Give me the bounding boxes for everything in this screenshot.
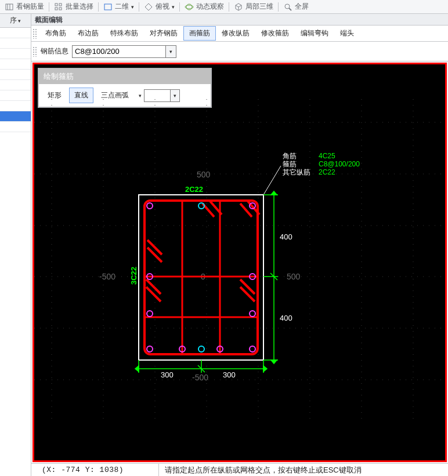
svg-text:角筋: 角筋 bbox=[283, 152, 297, 160]
tb-local-3d[interactable]: 局部三维 bbox=[232, 2, 276, 12]
svg-line-40 bbox=[240, 287, 255, 301]
separator bbox=[98, 2, 99, 12]
label-left: 3C22 bbox=[129, 267, 138, 285]
tb-fullscreen[interactable]: 全屏 bbox=[281, 2, 311, 12]
separator bbox=[229, 2, 229, 12]
canvas-svg: 500 -500 -500 500 0 bbox=[34, 64, 446, 424]
chevron-down-icon: ▾ bbox=[172, 4, 175, 10]
left-list-row[interactable] bbox=[0, 49, 31, 59]
separator bbox=[139, 2, 139, 12]
svg-text:4C25: 4C25 bbox=[319, 152, 335, 160]
svg-text:箍筋: 箍筋 bbox=[283, 160, 297, 168]
left-list-row[interactable] bbox=[0, 90, 31, 101]
left-panel-header-label: 序 bbox=[10, 16, 17, 26]
svg-line-39 bbox=[240, 279, 255, 294]
grip-icon bbox=[32, 46, 37, 57]
rebar-info-row: 钢筋信息 ▾ bbox=[31, 42, 448, 61]
left-list-row[interactable] bbox=[0, 28, 31, 38]
view2d-icon bbox=[103, 2, 113, 12]
svg-point-47 bbox=[147, 311, 153, 317]
orbit-icon bbox=[185, 2, 194, 12]
tb-dyn-view[interactable]: 动态观察 bbox=[182, 2, 226, 12]
app-toolbar: 看钢筋量 批量选择 二维 ▾ 俯视 ▾ 动态观察 局部三维 bbox=[0, 0, 448, 14]
svg-point-11 bbox=[285, 4, 290, 9]
svg-rect-3 bbox=[55, 3, 57, 6]
svg-rect-4 bbox=[59, 3, 62, 6]
svg-point-41 bbox=[147, 203, 153, 209]
tb-label: 俯视 bbox=[156, 2, 169, 12]
dim-bottom-2: 300 bbox=[223, 370, 236, 379]
axis-right: 500 bbox=[287, 272, 301, 281]
tb-label: 二维 bbox=[115, 2, 129, 12]
menu-hook[interactable]: 编辑弯钩 bbox=[295, 26, 334, 41]
menu-end[interactable]: 端头 bbox=[334, 26, 360, 41]
status-coord: (X: -774 Y: 1038) bbox=[31, 464, 159, 476]
rebar-info-input[interactable] bbox=[73, 46, 165, 57]
left-list-row[interactable] bbox=[0, 80, 31, 90]
tb-view2d[interactable]: 二维 ▾ bbox=[101, 2, 136, 12]
tb-batch-sel[interactable]: 批量选择 bbox=[52, 2, 96, 12]
svg-line-37 bbox=[146, 279, 161, 294]
left-list-row[interactable] bbox=[0, 70, 31, 80]
separator bbox=[179, 2, 180, 12]
svg-line-35 bbox=[147, 240, 162, 255]
tb-label: 动态观察 bbox=[196, 2, 224, 12]
dim-right bbox=[263, 191, 278, 364]
svg-rect-6 bbox=[59, 8, 62, 10]
dim-right-2: 400 bbox=[280, 314, 292, 322]
svg-point-43 bbox=[147, 346, 153, 352]
menu-stirrup[interactable]: 画箍筋 bbox=[183, 26, 216, 41]
svg-text:C8@100/200: C8@100/200 bbox=[319, 160, 360, 168]
svg-line-12 bbox=[289, 8, 291, 10]
svg-point-52 bbox=[198, 346, 204, 352]
left-list-row[interactable] bbox=[0, 111, 31, 122]
rebar-info-label: 钢筋信息 bbox=[41, 46, 68, 56]
svg-point-44 bbox=[250, 346, 255, 352]
svg-rect-0 bbox=[6, 4, 13, 10]
fullscreen-icon bbox=[283, 2, 292, 12]
legend-leader bbox=[263, 166, 281, 195]
left-list[interactable] bbox=[0, 28, 31, 476]
legend: 角筋 4C25 箍筋 C8@100/200 其它纵筋 2C22 bbox=[283, 152, 360, 176]
left-list-row[interactable] bbox=[0, 59, 31, 70]
left-panel: 序 ▾ bbox=[0, 14, 31, 476]
svg-line-38 bbox=[146, 287, 161, 301]
menu-special[interactable]: 特殊布筋 bbox=[104, 26, 144, 41]
rebar-qty-icon bbox=[5, 2, 14, 12]
svg-rect-5 bbox=[55, 8, 57, 10]
status-bar: (X: -774 Y: 1038) 请指定起点所在纵筋或网格交点，按右键终止或E… bbox=[31, 463, 448, 476]
menu-mods[interactable]: 修改箍筋 bbox=[255, 26, 295, 41]
menu-corner[interactable]: 布角筋 bbox=[39, 26, 72, 41]
batch-sel-icon bbox=[54, 2, 63, 12]
menu-edge[interactable]: 布边筋 bbox=[72, 26, 104, 41]
inner-stirrups bbox=[144, 201, 258, 354]
tb-label: 局部三维 bbox=[245, 2, 273, 12]
left-panel-header[interactable]: 序 ▾ bbox=[0, 14, 31, 28]
tb-view-top[interactable]: 俯视 ▾ bbox=[142, 2, 177, 12]
left-list-row[interactable] bbox=[0, 101, 31, 111]
left-list-row[interactable] bbox=[0, 122, 31, 132]
tb-label: 全屏 bbox=[295, 2, 309, 12]
label-top: 2C22 bbox=[185, 185, 203, 194]
stirrup-hooks bbox=[146, 201, 259, 301]
menu-modv[interactable]: 修改纵筋 bbox=[216, 26, 255, 41]
drawing-canvas[interactable]: 绘制箍筋 矩形直线三点画弧▾ ▾ bbox=[32, 63, 447, 462]
editor-menu: 布角筋布边筋特殊布筋对齐钢筋画箍筋修改纵筋修改箍筋编辑弯钩端头 bbox=[31, 26, 448, 42]
svg-text:2C22: 2C22 bbox=[319, 168, 335, 176]
dim-bottom-1: 300 bbox=[161, 370, 174, 379]
svg-line-36 bbox=[147, 248, 162, 262]
tb-rebar-qty[interactable]: 看钢筋量 bbox=[2, 2, 46, 12]
rebar-info-combo[interactable]: ▾ bbox=[72, 45, 176, 58]
left-list-row[interactable] bbox=[0, 38, 31, 49]
separator bbox=[49, 2, 49, 12]
svg-point-48 bbox=[250, 311, 255, 317]
axis-left: -500 bbox=[99, 272, 115, 281]
axis-top: 500 bbox=[197, 170, 211, 179]
svg-marker-8 bbox=[145, 3, 152, 10]
menu-align[interactable]: 对齐钢筋 bbox=[144, 26, 183, 41]
tb-label: 批量选择 bbox=[66, 2, 93, 12]
rebar-info-dropdown[interactable]: ▾ bbox=[165, 46, 176, 57]
dim-right-1: 400 bbox=[280, 232, 292, 241]
status-prompt: 请指定起点所在纵筋或网格交点，按右键终止或ESC键取消 bbox=[159, 465, 448, 475]
top-view-icon bbox=[144, 2, 153, 12]
